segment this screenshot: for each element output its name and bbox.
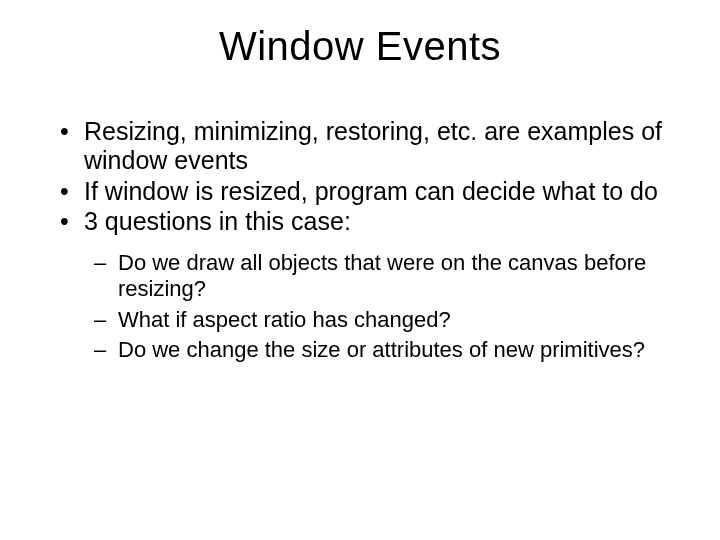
main-bullet-list: Resizing, minimizing, restoring, etc. ar… (40, 117, 680, 236)
sub-bullet-item: Do we draw all objects that were on the … (94, 250, 680, 303)
bullet-item: Resizing, minimizing, restoring, etc. ar… (60, 117, 680, 175)
slide-container: Window Events Resizing, minimizing, rest… (0, 0, 720, 540)
sub-bullet-item: What if aspect ratio has changed? (94, 307, 680, 333)
bullet-item: 3 questions in this case: (60, 207, 680, 236)
slide-title: Window Events (40, 24, 680, 69)
sub-bullet-list: Do we draw all objects that were on the … (40, 250, 680, 364)
bullet-item: If window is resized, program can decide… (60, 177, 680, 206)
sub-bullet-item: Do we change the size or attributes of n… (94, 337, 680, 363)
